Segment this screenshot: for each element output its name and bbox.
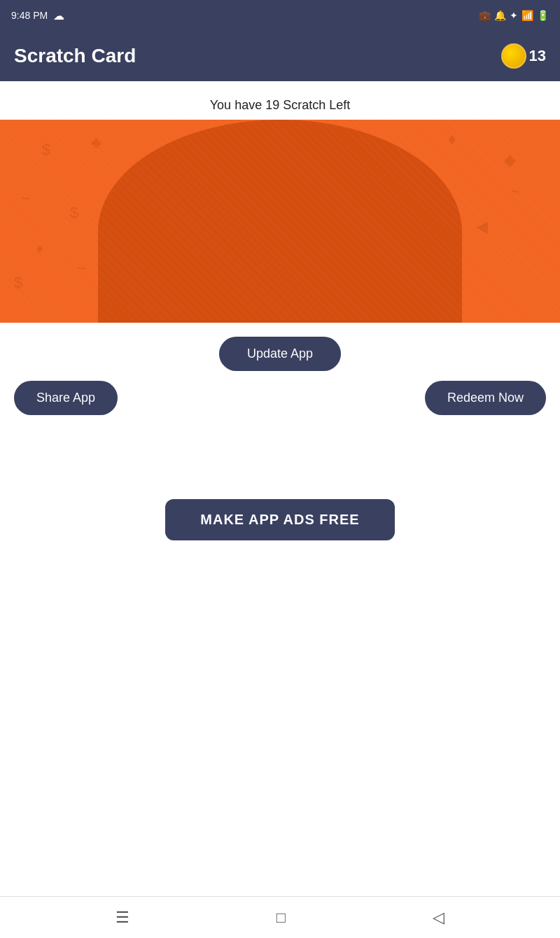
share-app-button[interactable]: Share App — [14, 381, 118, 415]
nav-menu-icon[interactable]: ☰ — [115, 909, 130, 927]
scratch-overlay — [0, 120, 560, 323]
wifi-icon: 📶 — [522, 10, 533, 21]
bell-icon: 🔔 — [494, 10, 506, 21]
time-display: 9:48 PM — [11, 10, 48, 21]
update-app-button[interactable]: Update App — [219, 337, 341, 371]
cloud-icon: ☁ — [53, 9, 64, 22]
coin-count: 13 — [529, 47, 546, 65]
coin-icon — [501, 43, 526, 69]
scratch-info-text: You have 19 Scratch Left — [210, 98, 350, 113]
coin-badge: 13 — [501, 43, 546, 69]
bottom-nav: ☰ □ ◁ — [0, 896, 560, 938]
nav-back-icon[interactable]: ◁ — [433, 909, 444, 927]
briefcase-icon: 💼 — [479, 10, 491, 21]
redeem-now-button[interactable]: Redeem Now — [425, 381, 546, 415]
signal-icon: ✦ — [510, 10, 518, 21]
battery-icon: 🔋 — [537, 10, 549, 21]
main-content: You have 19 Scratch Left $ ♣ ⬧ ★ ✦ ⬦ ▲ ♦… — [0, 81, 560, 896]
make-app-ads-free-button[interactable]: MAKE APP ADS FREE — [165, 499, 394, 540]
app-bar: Scratch Card 13 — [0, 31, 560, 81]
update-btn-row: Update App — [0, 337, 560, 371]
status-bar-right: 💼 🔔 ✦ 📶 🔋 — [479, 10, 549, 21]
scratch-card-area[interactable]: $ ♣ ⬧ ★ ✦ ⬦ ▲ ♦ ◆ ~ $ ✦ ◀ ~ ⬧ ~ $ — [0, 120, 560, 323]
nav-home-icon[interactable]: □ — [276, 909, 286, 927]
ads-free-row: MAKE APP ADS FREE — [0, 499, 560, 540]
status-bar-left: 9:48 PM ☁ — [11, 9, 64, 22]
side-buttons-row: Share App Redeem Now — [0, 381, 560, 415]
status-bar: 9:48 PM ☁ 💼 🔔 ✦ 📶 🔋 — [0, 0, 560, 31]
app-title: Scratch Card — [14, 45, 136, 67]
